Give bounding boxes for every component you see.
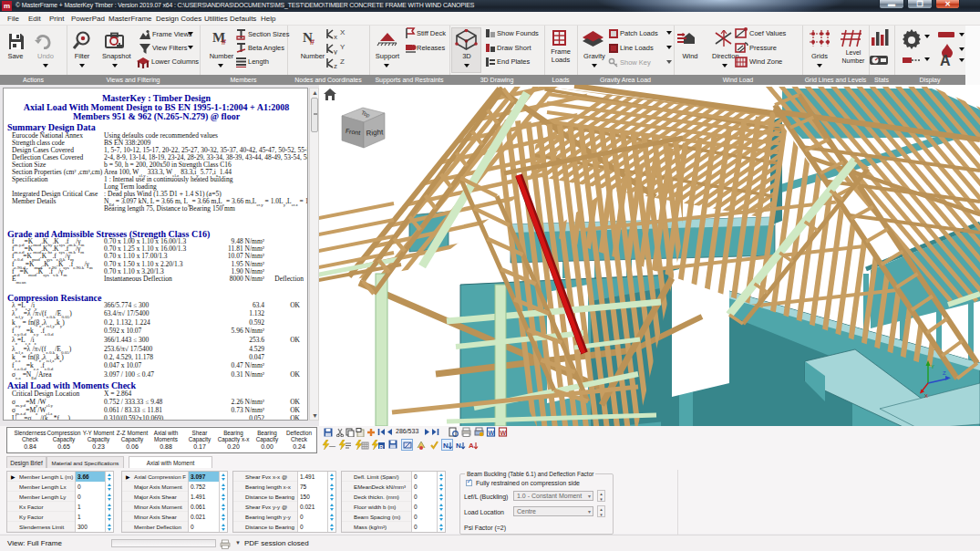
svg-text:A: A — [469, 442, 474, 450]
svg-text:Y: Y — [340, 43, 346, 51]
svg-text:W: W — [500, 430, 507, 436]
svg-text:Right: Right — [366, 128, 384, 137]
svg-text:A: A — [940, 53, 951, 68]
svg-text:X: X — [340, 28, 346, 36]
svg-text:N: N — [456, 442, 461, 450]
svg-text:#: # — [310, 37, 315, 45]
svg-text:R: R — [379, 444, 384, 450]
svg-text:Y: Y — [931, 364, 934, 369]
svg-text:#: # — [222, 37, 226, 45]
svg-text:N: N — [443, 442, 449, 450]
svg-text:W: W — [489, 430, 495, 436]
svg-text:z: z — [334, 62, 337, 69]
svg-text:y: y — [334, 47, 337, 55]
svg-text:Z: Z — [943, 370, 946, 376]
svg-text:Z: Z — [340, 57, 345, 66]
svg-text:X: X — [924, 393, 928, 399]
svg-text:x: x — [334, 33, 337, 40]
